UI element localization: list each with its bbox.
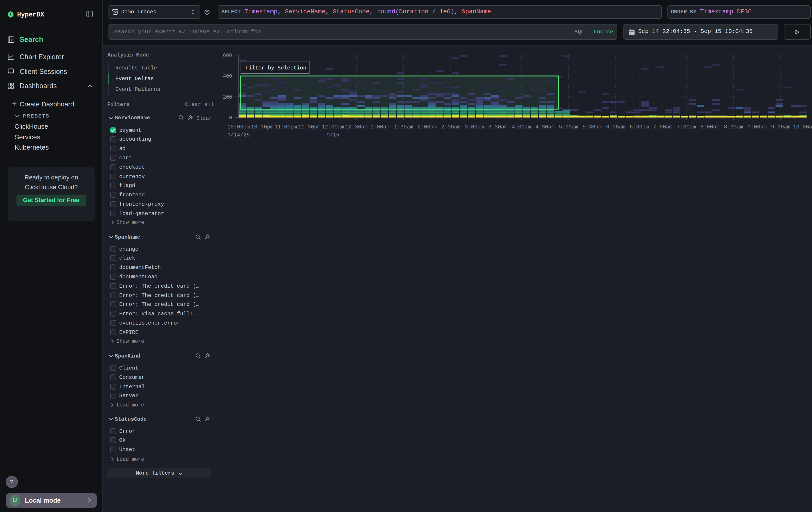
svg-text:9:00am: 9:00am [748,124,766,130]
svg-text:5:30am: 5:30am [583,124,602,130]
svg-text:11:30pm: 11:30pm [298,124,321,130]
svg-text:3:30am: 3:30am [488,124,508,130]
svg-text:8:30am: 8:30am [724,124,743,130]
svg-text:6:00am: 6:00am [606,124,625,130]
svg-text:9:30am: 9:30am [771,124,790,130]
svg-text:0: 0 [229,115,232,120]
svg-text:2:30am: 2:30am [441,124,460,130]
svg-text:600: 600 [223,53,232,58]
svg-text:1:00am: 1:00am [371,124,389,130]
svg-text:3:00am: 3:00am [465,124,484,130]
svg-text:7:00am: 7:00am [653,124,672,130]
svg-text:400: 400 [223,73,232,79]
svg-text:9/15: 9/15 [326,132,339,138]
svg-text:11:00pm: 11:00pm [274,124,297,130]
svg-text:10:30pm: 10:30pm [251,124,273,130]
svg-text:1:30am: 1:30am [394,124,413,130]
svg-text:6:30am: 6:30am [630,124,649,130]
svg-text:4:30am: 4:30am [535,124,554,130]
svg-text:200: 200 [223,94,232,100]
svg-text:4:00am: 4:00am [512,124,531,130]
svg-text:7:30am: 7:30am [677,124,696,130]
svg-text:Filter by Selection: Filter by Selection [245,65,307,71]
svg-text:12:30am: 12:30am [345,124,368,130]
svg-text:5:00am: 5:00am [559,124,578,130]
svg-text:2:00am: 2:00am [417,124,437,130]
svg-text:10:00pm: 10:00pm [228,124,250,130]
svg-text:12:00am: 12:00am [322,124,344,130]
svg-text:10:00am: 10:00am [793,124,812,130]
svg-text:8:00am: 8:00am [700,124,720,130]
svg-text:9/14/25: 9/14/25 [228,132,250,138]
